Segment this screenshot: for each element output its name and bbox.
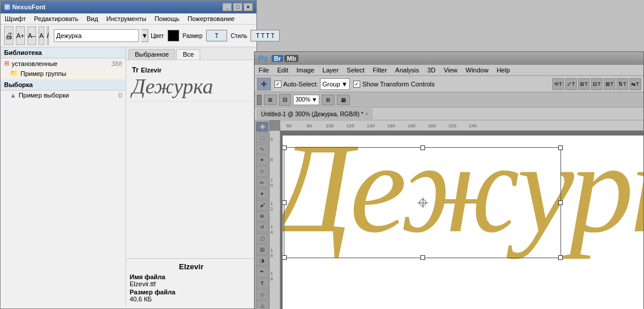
menu-font[interactable]: Шрифт <box>3 15 27 23</box>
font-type-icon: Tr <box>132 66 138 74</box>
menu-layer[interactable]: Layer <box>321 66 340 74</box>
doc-tab-item[interactable]: Untitled-1 @ 300% (Дежурка, RGB/8) * × <box>257 109 373 119</box>
view-btn-2[interactable]: ⊟ <box>279 94 291 106</box>
folder-icon: 📁 <box>10 70 18 77</box>
show-transform-checkbox[interactable]: ✓ <box>353 81 360 88</box>
br-button[interactable]: Br <box>271 55 283 62</box>
transform-btn-4[interactable]: ⊟T <box>591 78 603 90</box>
auto-select-checkbox[interactable]: ✓ <box>274 81 281 88</box>
eraser-tool[interactable]: ◻ <box>256 233 269 244</box>
style-input[interactable]: T T T T <box>250 30 280 41</box>
rename-button[interactable]: A– <box>27 26 36 45</box>
grid-view-btn[interactable]: ⊞ <box>322 95 335 105</box>
photoshop-window: Ps Br Mb File Edit Image Layer Select Fi… <box>254 51 644 309</box>
transform-btn-3[interactable]: ⊞T <box>578 78 590 90</box>
menu-donate[interactable]: Пожертвование <box>186 15 236 23</box>
shape-tool[interactable]: △ <box>256 300 269 309</box>
file-info-row: Имя файла Elzevir.ttf <box>130 273 253 287</box>
gradient-tool[interactable]: ▤ <box>256 244 269 255</box>
lasso-tool[interactable]: ∿ <box>256 144 269 154</box>
window-controls: _ □ × <box>222 3 253 11</box>
move-tool-button[interactable]: ✛ <box>257 78 271 91</box>
ruler-mark-160: 160 <box>387 123 395 129</box>
stamp-tool[interactable]: ⊕ <box>256 211 269 221</box>
ruler-mark-220: 220 <box>448 123 456 129</box>
transform-btn-2[interactable]: ⤢T <box>565 78 577 90</box>
transform-btn-7[interactable]: ⇆T <box>629 78 641 90</box>
tab-all[interactable]: Все <box>176 49 200 60</box>
menu-analysis[interactable]: Analysis <box>394 66 421 74</box>
menu-help[interactable]: Help <box>495 66 512 74</box>
selection-label: Пример выборки <box>19 92 69 99</box>
ps-canvas-area: 60 80 100 120 140 160 180 200 220 240 6 … <box>270 120 643 309</box>
panel-view-btn[interactable]: ▦ <box>337 95 350 105</box>
path-tool[interactable]: ◇ <box>256 289 269 300</box>
menu-select[interactable]: Select <box>345 66 367 74</box>
menu-view[interactable]: Вид <box>85 15 100 23</box>
installed-count: 388 <box>112 60 122 67</box>
group-item[interactable]: 📁 Пример группы <box>1 68 126 78</box>
menu-file[interactable]: File <box>257 66 271 74</box>
transform-btn-1[interactable]: ⟲T <box>552 78 564 90</box>
close-button[interactable]: × <box>243 3 253 11</box>
magic-wand-tool[interactable]: ✦ <box>256 155 269 165</box>
view-btn-1[interactable]: ⊞ <box>264 95 277 105</box>
ruler-mark-240: 240 <box>469 123 476 129</box>
size-input[interactable]: T <box>206 30 227 41</box>
add-button[interactable]: A+ <box>16 26 25 45</box>
mb-button[interactable]: Mb <box>284 55 298 62</box>
doc-tab-close[interactable]: × <box>365 111 368 117</box>
minimize-button[interactable]: _ <box>222 3 232 11</box>
nexusfont-logo-icon: ⊞ <box>4 3 10 11</box>
maximize-button[interactable]: □ <box>233 3 242 11</box>
ps-toolbar2: ⊞ ⊟ 300% ▼ ⊞ ▦ <box>255 92 643 107</box>
nexusfont-title: NexusFont <box>12 4 46 11</box>
crop-tool[interactable]: ⊹ <box>256 166 269 176</box>
history-tool[interactable]: ↺ <box>256 222 269 232</box>
panel-toggle-button[interactable] <box>257 95 262 105</box>
color-swatch[interactable] <box>168 30 179 41</box>
tab-favorites[interactable]: Выбранное <box>128 49 175 60</box>
menu-help[interactable]: Помощь <box>153 15 182 23</box>
canvas-inner: Дежурка <box>283 136 643 309</box>
zoom-control[interactable]: 300% ▼ <box>293 95 319 105</box>
color-label: Цвет <box>151 33 163 39</box>
ps-canvas: Дежурка <box>280 131 643 309</box>
ps-titlebar: Ps Br Mb <box>255 52 643 65</box>
healing-tool[interactable]: ✦ <box>256 189 269 199</box>
ruler-left-18: 18 <box>270 271 273 282</box>
eyedropper-tool[interactable]: ✏ <box>256 178 269 188</box>
selection-tool[interactable]: ⬚ <box>256 133 269 143</box>
group-dropdown[interactable]: Group ▼ <box>320 78 350 90</box>
menu-window[interactable]: Window <box>464 66 490 74</box>
menu-edit[interactable]: Edit <box>276 66 290 74</box>
move-tool[interactable]: ✛ <box>256 121 269 132</box>
selection-count: 0 <box>119 92 122 99</box>
search-input[interactable] <box>54 29 139 42</box>
type-tool[interactable]: T <box>256 278 269 289</box>
menu-image[interactable]: Image <box>295 66 316 74</box>
selection-item[interactable]: ▲ Пример выборки 0 <box>1 91 126 100</box>
nf-bottom-info: Elzevir Имя файла Elzevir.ttf Размер фай… <box>126 258 256 306</box>
info-button[interactable]: i <box>47 26 50 45</box>
brush-tool[interactable]: 🖌 <box>256 200 269 210</box>
menu-edit[interactable]: Редактировать <box>32 15 80 23</box>
menu-view[interactable]: View <box>442 66 459 74</box>
zoom-dropdown-arrow: ▼ <box>312 96 318 103</box>
dodge-tool[interactable]: ◑ <box>256 255 269 266</box>
search-dropdown-button[interactable]: ▼ <box>141 29 148 42</box>
nexusfont-titlebar: ⊞ NexusFont _ □ × <box>1 1 256 13</box>
installed-item[interactable]: ⊞ установленные 388 <box>1 58 126 68</box>
style-label: Стиль <box>231 33 247 39</box>
ruler-left-14: 14 <box>270 224 273 235</box>
print-button[interactable]: 🖨 <box>4 26 13 45</box>
transform-btn-5[interactable]: ⊠T <box>604 78 615 90</box>
menu-3d[interactable]: 3D <box>426 66 437 74</box>
dark-button[interactable]: A <box>39 26 44 45</box>
pen-tool[interactable]: ✒ <box>256 266 269 277</box>
ruler-mark-100: 100 <box>326 123 333 129</box>
menu-filter[interactable]: Filter <box>371 66 388 74</box>
transform-btn-6[interactable]: ⇅T <box>617 78 628 90</box>
font-name-label: Tr Elzevir <box>132 66 250 74</box>
menu-tools[interactable]: Инструменты <box>105 15 148 23</box>
